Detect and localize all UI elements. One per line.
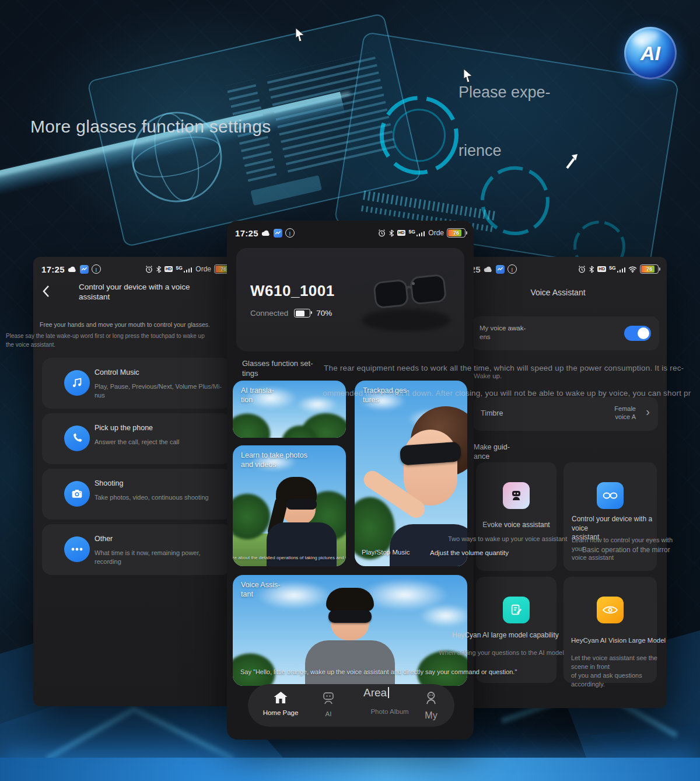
network-5g-icon: 5G	[408, 229, 425, 237]
item-title: Pick up the phone	[94, 424, 153, 432]
connection-status: Connected	[250, 309, 288, 318]
person-icon	[424, 691, 438, 705]
list-item-pick-up-phone[interactable]: Pick up the phone Answer the call, rejec…	[42, 413, 232, 464]
nav-my[interactable]: My	[416, 691, 446, 721]
bluetooth-icon	[589, 266, 594, 273]
nav-label: My	[416, 710, 446, 721]
section-title: Glasses function set- tings	[242, 359, 313, 379]
left-phone-screen: 17:25 | HD 5G Orde 76 Control your devic…	[33, 257, 241, 706]
hd-badge: HD	[164, 266, 173, 272]
timbre-value: Female voice A	[614, 405, 636, 421]
circle-status-icon: |	[92, 264, 101, 274]
nav-label: Home Page	[256, 709, 305, 716]
item-subtitle: What time is it now, remaining power, re…	[94, 549, 229, 566]
music-icon	[64, 370, 90, 396]
glasses-product-image	[344, 263, 457, 336]
bluetooth-icon	[156, 266, 162, 273]
phone-icon	[64, 426, 90, 451]
ellipsis-icon	[64, 536, 90, 562]
item-subtitle: Take photos, video, continuous shooting	[94, 493, 229, 502]
device-battery-icon	[294, 309, 310, 318]
nav-home[interactable]: Home Page	[256, 691, 305, 716]
back-button[interactable]	[41, 285, 51, 298]
function-card-photos[interactable]: Learn to take photos and videos Learn mo…	[233, 445, 346, 566]
weather-cloud-icon	[261, 230, 271, 236]
weather-cloud-icon	[484, 266, 493, 273]
camera-icon	[64, 481, 90, 507]
carrier-text: Orde	[428, 229, 444, 237]
item-subtitle: Answer the call, reject the call	[94, 438, 229, 447]
guidance-section-title: Make guid- ance	[474, 442, 510, 462]
hd-badge: HD	[597, 266, 606, 272]
card-title: Evoke voice assistant	[482, 521, 550, 530]
portrait-top	[390, 524, 467, 566]
clock-text: 17:25	[41, 264, 65, 274]
portrait-sunglasses	[286, 499, 317, 510]
clock-text: 17:25	[235, 228, 258, 238]
portrait-sunglasses	[400, 441, 461, 465]
status-bar: 17:25 | HD 5G Orde 76	[33, 263, 241, 276]
bluetooth-icon	[388, 229, 394, 237]
battery-indicator: 76	[640, 264, 659, 274]
glasses-icon	[597, 482, 624, 509]
weather-cloud-icon	[68, 266, 77, 273]
translated-text-cursor: Area	[363, 686, 389, 699]
home-icon	[274, 691, 288, 704]
card-subtitle-overlay: Basic operation of the mirror	[582, 545, 670, 555]
network-5g-icon: 5G	[609, 266, 625, 273]
ai-model-card-subtitle: When asking your questions to the AI mod…	[439, 649, 564, 656]
guidance-card-vision-model[interactable]: HeyCyan AI Vision Large Model Let the vo…	[564, 577, 657, 683]
tagline-line1: Please expe-	[459, 83, 551, 102]
promo-canvas: More glasses function settings Please ex…	[0, 0, 700, 781]
robot-icon	[503, 482, 530, 509]
bottom-glow-band	[0, 758, 700, 781]
app-badge-icon	[274, 229, 282, 238]
card-subtitle: Let the voice assistant see the scene in…	[571, 654, 673, 688]
overlay-text-line1: The rear equipment needs to work all the…	[324, 364, 684, 372]
app-badge-icon	[80, 265, 89, 274]
portrait-hair	[326, 588, 374, 611]
guidance-card-ai-model[interactable]	[476, 577, 556, 683]
alarm-icon	[578, 266, 586, 273]
note-pen-icon	[503, 597, 530, 623]
wake-up-label: Wake up.	[474, 372, 502, 379]
cursor-arrow-icon	[295, 28, 306, 42]
guidance-card-control-device[interactable]: Control your device with a voice assista…	[564, 462, 657, 571]
evoke-card-subtitle: Two ways to wake up your voice assistant	[448, 535, 567, 542]
device-name: W610_1001	[250, 282, 335, 300]
chevron-right-icon: ›	[646, 405, 650, 419]
status-bar: 17:25 | HD 5G 76	[449, 263, 667, 276]
network-5g-icon: 5G	[176, 266, 192, 273]
circle-status-icon: |	[285, 228, 295, 238]
nav-ai[interactable]: AI	[310, 691, 347, 717]
center-phone-screen: 17:25 | HD 5G Orde 76 W610_1001 Connecte…	[227, 221, 474, 740]
list-item-shooting[interactable]: Shooting Take photos, video, continuous …	[42, 469, 232, 519]
voice-awaken-toggle[interactable]	[624, 326, 651, 341]
card-label: AI transla- tion	[241, 386, 274, 405]
list-item-other[interactable]: Other What time is it now, remaining pow…	[42, 524, 232, 575]
item-title: Other	[94, 535, 113, 543]
card-label: Learn to take photos and videos	[241, 451, 307, 469]
voice-awaken-row[interactable]: My voice awak- ens	[471, 316, 659, 350]
ai-logo-badge: AI	[624, 27, 677, 79]
battery-indicator: 76	[447, 228, 466, 238]
device-battery-percent: 70%	[316, 309, 332, 318]
item-subtitle: Play, Pause, Previous/Next, Volume Plus/…	[94, 382, 229, 400]
eye-icon	[597, 597, 624, 623]
item-title: Shooting	[94, 479, 123, 487]
card-title: HeyCyan AI Vision Large Model	[571, 636, 666, 645]
alarm-icon	[378, 229, 386, 237]
timbre-label: Timbre	[481, 409, 503, 417]
timbre-row[interactable]: Timbre Female voice A ›	[473, 397, 658, 431]
card-caption: Learn more about the detailed operations…	[233, 555, 346, 560]
wifi-icon	[628, 266, 637, 273]
nav-label: Photo Album	[362, 708, 417, 715]
ai-model-card-title: HeyCyan AI large model capability	[452, 631, 559, 639]
item-title: Control Music	[94, 368, 139, 376]
page-title: Control your device with a voice assista…	[79, 283, 225, 302]
device-card[interactable]: W610_1001 Connected 70%	[236, 248, 464, 351]
list-item-control-music[interactable]: Control Music Play, Pause, Previous/Next…	[42, 358, 232, 409]
right-phone-screen: 17:25 | HD 5G 76 Voice Assistant My voic…	[449, 257, 667, 708]
swipe-gesture-icon	[565, 153, 580, 170]
circle-status-icon: |	[508, 264, 517, 274]
